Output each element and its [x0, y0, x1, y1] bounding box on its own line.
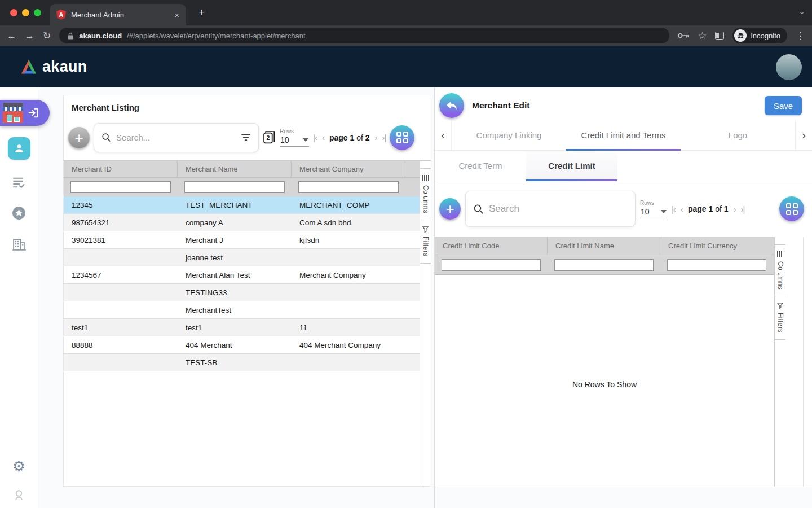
reload-icon[interactable]: ↻	[43, 31, 51, 41]
of-word: of	[356, 133, 363, 142]
credit-limit-search-box[interactable]	[465, 191, 636, 227]
table-row[interactable]: TEST-SB	[64, 354, 420, 371]
grid-view-button[interactable]	[779, 196, 804, 221]
filter-credit-limit-currency-input[interactable]	[667, 259, 766, 271]
angular-favicon-icon: A	[56, 10, 66, 20]
column-header-merchant-company[interactable]: Merchant Company	[292, 161, 405, 177]
back-nav-icon[interactable]: ←	[7, 31, 16, 41]
side-panel-icon[interactable]	[715, 32, 724, 40]
password-key-icon[interactable]	[678, 32, 690, 39]
prev-page-button[interactable]: ‹	[681, 204, 683, 214]
browser-menu-icon[interactable]: ⋮	[796, 31, 805, 41]
of-word: of	[715, 204, 722, 213]
table-row[interactable]: TESTING33	[64, 284, 420, 301]
sidebar-item-merchant[interactable]	[8, 137, 30, 160]
column-header-credit-limit-currency[interactable]: Credit Limit Currency	[660, 237, 773, 255]
user-avatar[interactable]	[776, 54, 802, 80]
tabs-scroll-left-icon[interactable]: ‹	[435, 120, 452, 150]
search-input[interactable]	[489, 203, 628, 214]
tab-company-linking[interactable]: Company Linking	[452, 120, 566, 150]
last-page-button[interactable]: ›|	[382, 133, 386, 142]
tabs-scroll-right-icon[interactable]: ›	[795, 120, 812, 150]
search-input[interactable]	[116, 133, 236, 142]
storefront-icon	[3, 103, 23, 123]
column-header-merchant-id[interactable]: Merchant ID	[64, 161, 178, 177]
bookmark-star-icon[interactable]: ☆	[698, 31, 707, 41]
pages-icon[interactable]: 2	[263, 130, 276, 144]
table-row[interactable]: MerchantTest	[64, 301, 420, 319]
brand-name: akaun	[42, 58, 87, 76]
first-page-button[interactable]: |‹	[313, 133, 317, 142]
save-button[interactable]: Save	[765, 96, 802, 115]
prev-page-button[interactable]: ‹	[322, 133, 324, 142]
page-title: Merchant Listing	[64, 95, 431, 115]
filters-tab[interactable]: Filters	[775, 296, 785, 339]
filter-list-icon[interactable]	[241, 134, 251, 141]
next-page-button[interactable]: ›	[734, 204, 736, 214]
rows-per-page-select[interactable]: Rows 10	[280, 128, 309, 147]
filter-credit-limit-name-input[interactable]	[554, 259, 654, 271]
filter-merchant-id-input[interactable]	[70, 181, 171, 193]
tab-search-chevron-icon[interactable]: ⌄	[798, 7, 805, 16]
browser-tabstrip: A Merchant Admin × + ⌄	[0, 0, 812, 25]
new-tab-button[interactable]: +	[198, 6, 205, 19]
tab-credit-limit-and-terms[interactable]: Credit Limit and Terms	[566, 120, 681, 150]
building-icon[interactable]	[12, 238, 26, 251]
rows-per-page-select[interactable]: Rows 10	[640, 200, 667, 218]
columns-tab[interactable]: Columns	[420, 169, 431, 220]
akaun-triangle-icon	[20, 59, 37, 75]
listing-pagination: |‹ ‹ page 1 of 2 › ›|	[313, 133, 386, 142]
edit-subtabs: Credit Term Credit Limit	[435, 151, 812, 181]
funnel-icon	[777, 303, 783, 309]
column-header-credit-limit-code[interactable]: Credit Limit Code	[435, 237, 548, 255]
filters-tab[interactable]: Filters	[420, 220, 431, 263]
profile-outline-icon[interactable]	[12, 488, 25, 501]
incognito-icon	[734, 29, 747, 42]
cell-merchant-name: MerchantTest	[178, 306, 292, 314]
maximize-window-button[interactable]	[34, 9, 41, 16]
close-tab-icon[interactable]: ×	[174, 10, 179, 20]
column-header-credit-limit-name[interactable]: Credit Limit Name	[548, 237, 660, 255]
scrollbar-gutter[interactable]	[803, 237, 812, 487]
add-merchant-button[interactable]: +	[68, 127, 90, 148]
table-row[interactable]: 88888 404 Merchant 404 Merchant Company	[64, 336, 420, 354]
forward-nav-icon[interactable]: →	[25, 31, 34, 41]
close-window-button[interactable]	[10, 9, 17, 16]
settings-gear-icon[interactable]: ⚙	[12, 459, 25, 474]
add-credit-limit-button[interactable]: +	[439, 198, 461, 220]
merchant-search-box[interactable]	[94, 123, 259, 152]
subtab-credit-limit[interactable]: Credit Limit	[526, 151, 617, 181]
minimize-window-button[interactable]	[22, 9, 29, 16]
star-circle-icon[interactable]	[11, 205, 27, 221]
back-button[interactable]	[439, 93, 464, 118]
list-check-icon[interactable]	[12, 177, 26, 189]
grid-icon	[786, 203, 798, 215]
tab-logo[interactable]: Logo	[681, 120, 795, 150]
columns-tab[interactable]: Columns	[775, 245, 785, 296]
filter-merchant-name-input[interactable]	[184, 181, 285, 193]
subtab-credit-term[interactable]: Credit Term	[435, 151, 526, 181]
table-header: Credit Limit Code Credit Limit Name Cred…	[435, 237, 774, 255]
sidebar-item-merchant-applet[interactable]	[0, 100, 50, 126]
table-row[interactable]: 987654321 company A Com A sdn bhd	[64, 214, 420, 231]
first-page-button[interactable]: |‹	[672, 204, 676, 214]
workarea: Merchant Listing + 2 Rows 10 |‹ ‹ page 1…	[38, 87, 812, 508]
last-page-button[interactable]: ›|	[741, 204, 745, 214]
back-arrow-icon	[446, 101, 457, 111]
lock-icon	[67, 32, 74, 40]
rows-label: Rows	[280, 128, 309, 134]
table-row[interactable]: test1 test1 11	[64, 319, 420, 336]
table-row[interactable]: 39021381 Merchant J kjfsdn	[64, 231, 420, 249]
column-header-merchant-name[interactable]: Merchant Name	[178, 161, 292, 177]
table-row[interactable]: joanne test	[64, 249, 420, 266]
next-page-button[interactable]: ›	[375, 133, 377, 142]
browser-tab[interactable]: A Merchant Admin ×	[50, 4, 186, 25]
table-row[interactable]: 12345 TEST_MERCHANT MERCHANT_COMP	[64, 196, 420, 214]
table-row[interactable]: 1234567 Merchant Alan Test Merchant Comp…	[64, 266, 420, 284]
grid-view-button[interactable]	[390, 125, 414, 150]
search-icon	[473, 204, 484, 214]
filter-credit-limit-code-input[interactable]	[442, 259, 541, 271]
filter-merchant-company-input[interactable]	[298, 181, 399, 193]
address-bar[interactable]: akaun.cloud/#/applets/wavelet/erp/entity…	[59, 28, 669, 43]
window-controls[interactable]	[10, 9, 41, 16]
